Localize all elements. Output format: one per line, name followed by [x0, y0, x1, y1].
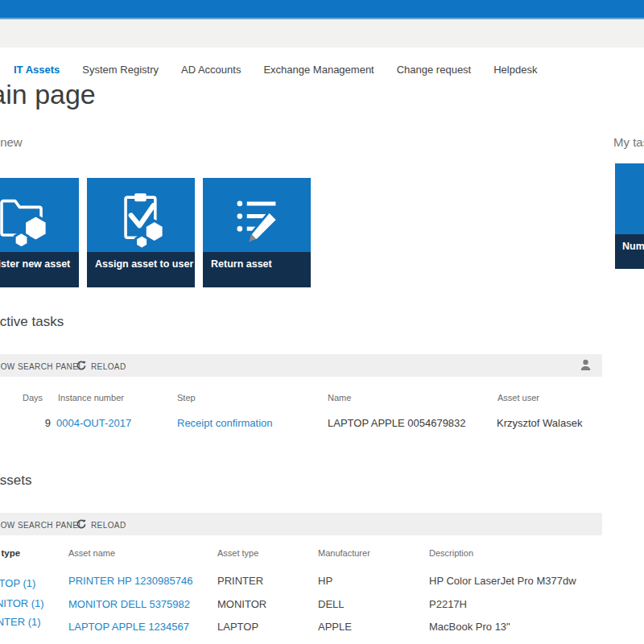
task-name-value: LAPTOP APPLE 0054679832: [328, 417, 466, 429]
create-new-heading: Create new: [0, 135, 23, 149]
asset-description-value: MacBook Pro 13": [429, 621, 510, 633]
column-header-days[interactable]: Days: [23, 393, 43, 402]
active-tasks-toolbar: SHOW SEARCH PANEL RELOAD: [0, 354, 602, 377]
top-nav: IT Assets System Registry AD Accounts Ex…: [14, 64, 537, 76]
my-assets-heading: My assets: [0, 473, 32, 489]
task-days-value: 9: [23, 417, 51, 429]
my-assets-toolbar: SHOW SEARCH PANEL RELOAD: [0, 513, 602, 535]
asset-type-value: LAPTOP: [217, 621, 258, 633]
column-header-description[interactable]: Description: [429, 548, 473, 558]
asset-group-link-laptop[interactable]: LAPTOP (1): [0, 577, 35, 589]
asset-manufacturer-value: DELL: [318, 598, 345, 610]
tile-return-asset[interactable]: Return asset: [203, 178, 311, 287]
asset-description-value: HP Color LaserJet Pro M377dw: [429, 575, 576, 587]
group-column-header-asset-type[interactable]: Asset type: [0, 548, 20, 558]
my-tasks-heading: My tasks: [613, 135, 644, 149]
tile-label: Assign asset to user: [95, 258, 193, 270]
column-header-asset-name[interactable]: Asset name: [68, 548, 115, 558]
tile-label: Number of tasks: [622, 241, 644, 252]
show-search-panel-button[interactable]: SHOW SEARCH PANEL: [0, 521, 83, 530]
column-header-manufacturer[interactable]: Manufacturer: [318, 548, 370, 558]
person-icon[interactable]: [579, 358, 592, 372]
task-step-link[interactable]: Receipt confirmation: [177, 417, 273, 429]
column-header-step[interactable]: Step: [177, 393, 196, 402]
reload-icon[interactable]: [76, 519, 86, 529]
nav-item-exchange-management[interactable]: Exchange Management: [263, 64, 374, 76]
tile-label: Return asset: [211, 258, 272, 270]
nav-item-system-registry[interactable]: System Registry: [82, 64, 159, 76]
task-instance-link[interactable]: 0004-OUT-2017: [56, 417, 131, 429]
tile-caption: Register new asset: [0, 252, 79, 287]
ribbon-strip: [0, 19, 644, 47]
asset-group-link-printer[interactable]: PRINTER (1): [0, 616, 41, 628]
column-header-instance-number[interactable]: Instance number: [58, 393, 124, 402]
asset-description-value: P2217H: [429, 598, 467, 610]
folder-hexagon-icon: [0, 188, 54, 251]
column-header-name[interactable]: Name: [328, 393, 351, 402]
tile-my-tasks-count[interactable]: Number of tasks: [615, 163, 644, 269]
asset-type-value: MONITOR: [217, 598, 266, 610]
active-tasks-heading: My active tasks: [0, 314, 64, 330]
show-search-panel-button[interactable]: SHOW SEARCH PANEL: [0, 362, 83, 371]
reload-button[interactable]: RELOAD: [91, 521, 126, 530]
nav-item-it-assets[interactable]: IT Assets: [14, 64, 60, 76]
reload-icon[interactable]: [76, 361, 86, 370]
tile-caption: Return asset: [203, 252, 311, 287]
column-header-asset-type[interactable]: Asset type: [217, 548, 258, 558]
asset-group-link-monitor[interactable]: MONITOR (1): [0, 597, 44, 609]
page-title: Main page: [0, 79, 96, 110]
tile-caption: Assign asset to user: [87, 252, 195, 287]
asset-manufacturer-value: HP: [318, 575, 332, 587]
tile-label: Register new asset: [0, 258, 70, 270]
nav-item-ad-accounts[interactable]: AD Accounts: [181, 64, 241, 76]
tile-assign-asset-to-user[interactable]: Assign asset to user: [87, 178, 195, 287]
nav-item-change-request[interactable]: Change request: [397, 64, 472, 76]
asset-name-link[interactable]: LAPTOP APPLE 1234567: [68, 621, 189, 633]
suite-bar: [0, 0, 644, 19]
tile-register-new-asset[interactable]: Register new asset: [0, 178, 79, 287]
asset-name-link[interactable]: PRINTER HP 1230985746: [68, 575, 192, 587]
reload-button[interactable]: RELOAD: [91, 362, 126, 371]
asset-manufacturer-value: APPLE: [318, 621, 352, 633]
asset-type-value: PRINTER: [217, 575, 263, 587]
task-asset-user-value: Krzysztof Walasek: [497, 417, 582, 429]
nav-item-helpdesk[interactable]: Helpdesk: [493, 64, 537, 76]
tile-caption: Number of tasks: [615, 234, 644, 269]
clipboard-check-icon: [112, 188, 170, 251]
column-header-asset-user[interactable]: Asset user: [497, 393, 539, 402]
asset-name-link[interactable]: MONITOR DELL 5375982: [68, 598, 190, 610]
list-pencil-icon: [228, 188, 286, 251]
